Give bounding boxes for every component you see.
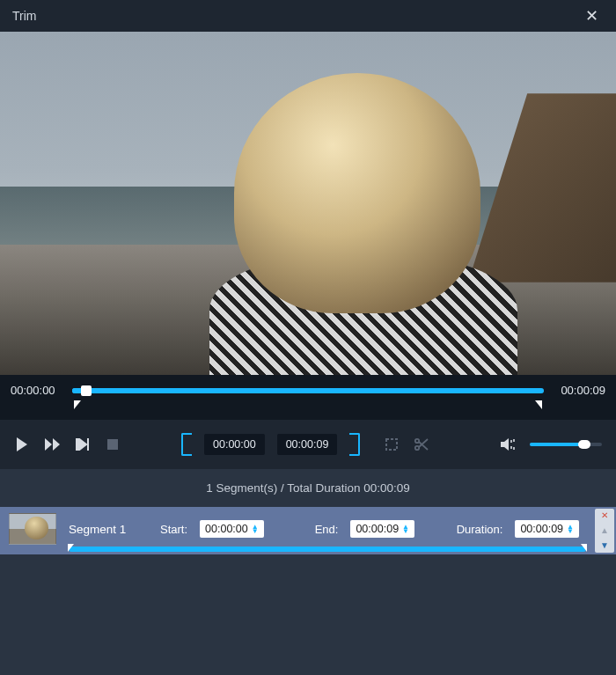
- end-label: End:: [315, 523, 339, 536]
- spinner-arrows-icon[interactable]: ▲▼: [567, 525, 574, 533]
- timeline-area: 00:00:00 00:00:09: [0, 375, 616, 420]
- volume-slider[interactable]: [530, 443, 602, 446]
- empty-area: [0, 554, 616, 675]
- stop-icon[interactable]: [104, 436, 121, 453]
- set-in-point-icon[interactable]: [181, 433, 192, 456]
- seek-thumb[interactable]: [81, 385, 92, 396]
- play-icon[interactable]: [14, 436, 32, 453]
- in-time-display[interactable]: 00:00:00: [204, 434, 265, 455]
- window-title: Trim: [12, 9, 36, 23]
- close-icon[interactable]: ✕: [580, 3, 604, 29]
- end-time-input[interactable]: 00:00:09 ▲▼: [350, 520, 414, 538]
- duration-time-input[interactable]: 00:00:09 ▲▼: [515, 520, 579, 538]
- move-down-icon[interactable]: ▼: [600, 541, 609, 550]
- segment-in-marker[interactable]: [68, 544, 74, 552]
- segment-name: Segment 1: [69, 523, 148, 536]
- fast-forward-icon[interactable]: [44, 436, 62, 453]
- segment-thumbnail: [9, 513, 56, 545]
- title-bar: Trim ✕: [0, 0, 616, 32]
- move-up-icon[interactable]: ▲: [600, 526, 609, 535]
- svg-rect-0: [107, 439, 118, 450]
- spinner-arrows-icon[interactable]: ▲▼: [402, 525, 409, 533]
- segment-side-buttons: ✕ ▲ ▼: [595, 509, 614, 553]
- start-label: Start:: [160, 523, 187, 536]
- trim-out-marker[interactable]: [535, 400, 542, 409]
- start-time-input[interactable]: 00:00:00 ▲▼: [200, 520, 264, 538]
- volume-icon[interactable]: [500, 436, 517, 453]
- next-frame-icon[interactable]: [74, 436, 92, 453]
- playback-controls: 00:00:00 00:00:09: [0, 420, 616, 469]
- trim-marker-row: [74, 400, 542, 416]
- duration-label: Duration:: [457, 523, 503, 536]
- seek-track[interactable]: [72, 388, 544, 393]
- volume-thumb[interactable]: [578, 440, 590, 449]
- video-preview: [0, 32, 616, 375]
- set-out-point-icon[interactable]: [349, 433, 360, 456]
- segments-summary: 1 Segment(s) / Total Duration 00:00:09: [0, 469, 616, 507]
- svg-rect-1: [386, 439, 397, 450]
- trim-in-marker[interactable]: [74, 400, 81, 409]
- segment-range-track[interactable]: [69, 547, 586, 552]
- crop-icon[interactable]: [383, 436, 400, 453]
- total-time-label: 00:00:09: [553, 384, 605, 397]
- delete-segment-icon[interactable]: ✕: [601, 511, 608, 520]
- out-time-display[interactable]: 00:00:09: [277, 434, 338, 455]
- segment-row[interactable]: Segment 1 Start: 00:00:00 ▲▼ End: 00:00:…: [0, 507, 616, 554]
- current-time-label: 00:00:00: [11, 384, 63, 397]
- spinner-arrows-icon[interactable]: ▲▼: [252, 525, 259, 533]
- split-scissors-icon[interactable]: [413, 436, 430, 453]
- segment-out-marker[interactable]: [581, 544, 587, 552]
